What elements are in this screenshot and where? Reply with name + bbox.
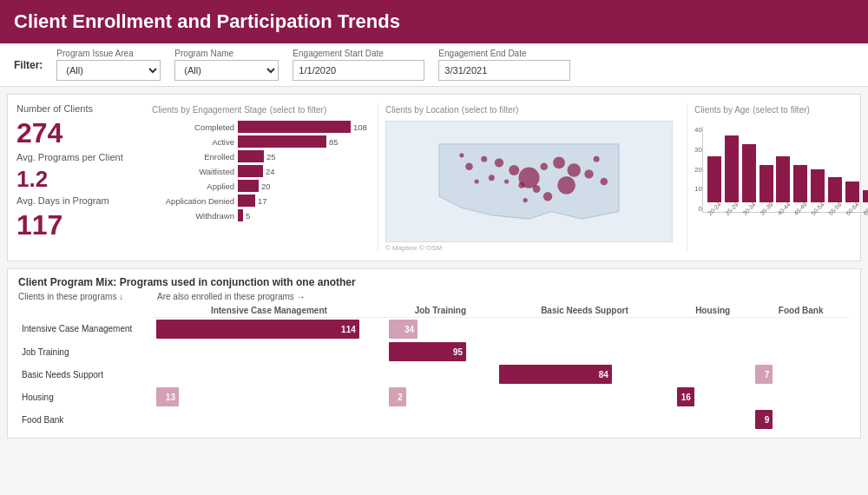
matrix-row-subtitle: Clients in these programs ↓ — [18, 292, 157, 301]
matrix-cell[interactable]: 95 — [385, 340, 496, 363]
location-map[interactable] — [385, 121, 673, 242]
matrix-cell[interactable]: 13 — [153, 386, 385, 408]
matrix-cell[interactable] — [496, 386, 674, 408]
location-dot — [504, 179, 509, 183]
engagement-stage-title: Clients by Engagement Stage (select to f… — [152, 103, 364, 116]
matrix-cell[interactable]: 34 — [385, 318, 496, 341]
matrix-cell[interactable]: 9 — [752, 408, 850, 431]
age-bar-column: 30-34 — [741, 144, 757, 212]
engagement-bar-label: Application Denied — [152, 196, 234, 206]
age-bar-chart: 20-2425-2930-3435-3940-4445-4950-5455-59… — [702, 126, 868, 213]
age-tick-label: 60-64 — [845, 201, 860, 217]
engagement-bar-label: Withdrawn — [152, 211, 234, 221]
matrix-row: Job Training95 — [18, 340, 850, 363]
age-bar-column: 50-54 — [810, 169, 825, 212]
engagement-bar — [238, 165, 263, 177]
engagement-bar-row[interactable]: Completed108 — [152, 121, 364, 133]
matrix-bar: 34 — [389, 320, 418, 339]
engagement-end-date-input[interactable] — [438, 60, 570, 81]
engagement-end-date-label: Engagement End Date — [438, 49, 570, 58]
engagement-stage-subtitle: (select to filter) — [270, 105, 327, 115]
location-title: Clients by Location (select to filter) — [385, 103, 673, 116]
engagement-bar-value: 24 — [266, 167, 275, 176]
engagement-bar — [238, 135, 326, 148]
program-name-select[interactable]: (All) — [174, 60, 279, 81]
matrix-cell[interactable] — [385, 408, 496, 431]
matrix-col-subtitle: Are also enrolled in these programs → — [157, 292, 306, 301]
engagement-bars[interactable]: Completed108Active85Enrolled25Waitlisted… — [152, 121, 364, 221]
location-dot — [543, 192, 552, 201]
matrix-cell[interactable]: 16 — [674, 386, 753, 408]
location-panel: Clients by Location (select to filter) ©… — [378, 103, 680, 252]
matrix-col-header: Intensive Case Management — [153, 304, 385, 318]
age-tick-label: 20-24 — [707, 201, 722, 217]
matrix-col-header: Job Training — [385, 304, 496, 318]
stats-panel: Number of Clients 274 Avg. Programs per … — [16, 103, 138, 252]
matrix-panel: Client Program Mix: Programs used in con… — [7, 268, 861, 439]
matrix-cell[interactable] — [674, 408, 753, 431]
matrix-bar: 84 — [499, 365, 612, 384]
location-dot — [567, 163, 581, 177]
engagement-bar-value: 85 — [329, 137, 339, 147]
program-issue-area-select[interactable]: (All) — [56, 60, 161, 81]
avg-programs-value: 1.2 — [16, 168, 129, 190]
engagement-bar-row[interactable]: Waitlisted24 — [152, 165, 364, 177]
engagement-bar-row[interactable]: Withdrawn5 — [152, 209, 364, 221]
avg-programs-label: Avg. Programs per Client — [16, 152, 129, 162]
location-dot — [557, 176, 575, 195]
matrix-cell[interactable] — [674, 363, 753, 386]
engagement-stage-panel: Clients by Engagement Stage (select to f… — [145, 103, 371, 252]
age-title: Clients by Age (select to filter) — [694, 103, 845, 116]
engagement-bar-row[interactable]: Enrolled25 — [152, 150, 364, 162]
filter-bar: Filter: Program Issue Area (All) Program… — [0, 43, 868, 87]
matrix-cell[interactable] — [752, 318, 850, 341]
engagement-start-date-input[interactable] — [293, 60, 424, 81]
main-content: Number of Clients 274 Avg. Programs per … — [0, 87, 868, 446]
engagement-bar-row[interactable]: Application Denied17 — [152, 195, 364, 207]
matrix-cell[interactable] — [153, 340, 385, 363]
age-bar — [776, 156, 790, 202]
location-dot — [475, 179, 479, 183]
program-name-filter: Program Name (All) — [174, 49, 279, 81]
matrix-cell[interactable]: 7 — [752, 363, 850, 386]
location-dot — [600, 178, 608, 186]
matrix-bar: 114 — [156, 320, 359, 339]
matrix-cell[interactable] — [752, 340, 850, 363]
location-dot — [489, 175, 495, 181]
age-y-label: 40 — [694, 126, 702, 134]
matrix-row-label: Food Bank — [18, 408, 153, 431]
matrix-cell[interactable] — [385, 363, 496, 386]
location-map-svg — [386, 122, 672, 241]
matrix-container[interactable]: Intensive Case ManagementJob TrainingBas… — [18, 304, 850, 431]
engagement-end-date-filter: Engagement End Date — [438, 49, 570, 81]
matrix-cell[interactable]: 114 — [153, 318, 385, 341]
engagement-bar — [238, 121, 351, 133]
program-mix-table: Intensive Case ManagementJob TrainingBas… — [18, 304, 850, 431]
matrix-cell[interactable] — [153, 363, 385, 386]
matrix-row: Housing13216 — [18, 386, 850, 408]
location-dot — [495, 158, 503, 167]
matrix-bar: 7 — [755, 365, 773, 384]
engagement-bar — [238, 150, 264, 162]
matrix-cell[interactable] — [496, 340, 674, 363]
matrix-cell[interactable] — [674, 318, 753, 341]
age-bar — [863, 190, 868, 202]
matrix-bar: 13 — [156, 387, 179, 406]
matrix-cell[interactable]: 2 — [385, 386, 496, 408]
matrix-cell[interactable]: 84 — [496, 363, 674, 386]
engagement-bar-value: 17 — [258, 196, 267, 206]
matrix-cell[interactable] — [496, 408, 674, 431]
matrix-cell[interactable] — [674, 340, 753, 363]
age-y-label: 10 — [694, 185, 702, 193]
matrix-col-header: Food Bank — [752, 304, 850, 318]
matrix-row-label: Job Training — [18, 340, 153, 363]
age-bar-column: 55-59 — [827, 177, 843, 212]
age-bar — [811, 169, 825, 202]
matrix-cell[interactable] — [496, 318, 674, 341]
engagement-start-date-label: Engagement Start Date — [293, 49, 424, 58]
engagement-bar-row[interactable]: Applied20 — [152, 180, 364, 192]
matrix-cell[interactable] — [752, 386, 850, 408]
matrix-cell[interactable] — [153, 408, 385, 431]
engagement-bar-row[interactable]: Active85 — [152, 135, 364, 148]
program-issue-area-filter: Program Issue Area (All) — [56, 49, 161, 81]
